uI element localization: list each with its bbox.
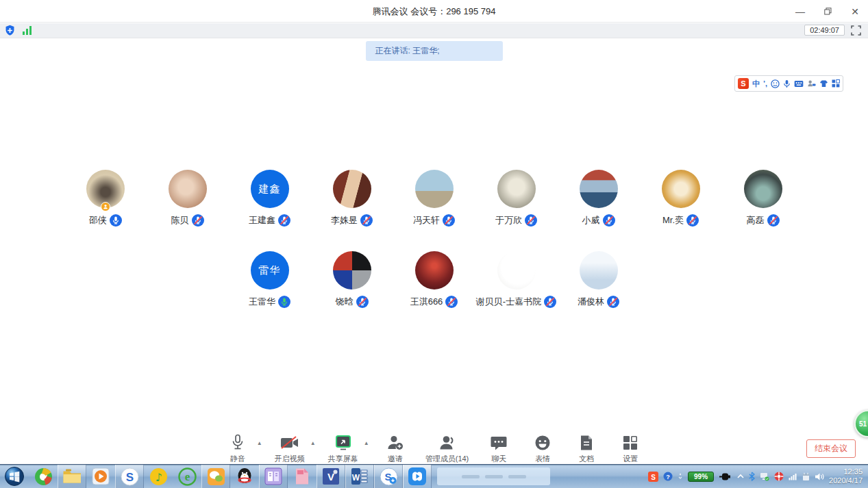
- taskbar-explorer-icon[interactable]: [58, 465, 86, 488]
- calendar-icon[interactable]: [802, 472, 810, 481]
- avatar: [744, 170, 782, 208]
- svg-text:W: W: [352, 473, 360, 483]
- avatar: [333, 170, 371, 208]
- svg-text:V: V: [327, 471, 334, 483]
- participant[interactable]: 邵侠: [86, 170, 125, 227]
- video-button[interactable]: 开启视频▲: [275, 434, 305, 464]
- signal-icon[interactable]: [789, 472, 797, 480]
- participant[interactable]: 建鑫王建鑫: [250, 170, 289, 227]
- skin-icon[interactable]: [819, 78, 828, 89]
- mic-status-icon: [525, 214, 537, 227]
- svg-text:?: ?: [666, 474, 670, 480]
- clock-time: 12:35: [829, 467, 863, 476]
- help-icon[interactable]: ?: [663, 472, 673, 481]
- battery-pill[interactable]: 99%: [688, 472, 714, 482]
- video-options-caret[interactable]: ▲: [310, 440, 316, 446]
- taskbar-dictionary-icon[interactable]: [259, 465, 288, 488]
- participant-name: 李姝昱: [331, 214, 358, 227]
- share-options-caret[interactable]: ▲: [364, 440, 369, 446]
- participant[interactable]: 雷华王雷华: [250, 251, 289, 308]
- mute-button[interactable]: 静音▲: [224, 434, 251, 464]
- taskbar-visio-icon[interactable]: V: [317, 465, 345, 488]
- taskbar-start-icon[interactable]: [0, 465, 29, 488]
- participant-name: 王淇666: [410, 296, 443, 308]
- end-meeting-button[interactable]: 结束会议: [806, 439, 856, 458]
- hidden-icons-caret[interactable]: [737, 474, 744, 479]
- toolbox-icon[interactable]: [807, 78, 816, 89]
- network-icon[interactable]: [760, 472, 769, 481]
- chinese-mode-icon[interactable]: 中: [752, 78, 760, 89]
- participant[interactable]: 冯天轩: [414, 170, 454, 227]
- avatar: [169, 170, 207, 208]
- ime-toolbar[interactable]: S 中 ’,: [734, 75, 843, 92]
- bluetooth-icon[interactable]: [749, 472, 755, 481]
- participant-name: 饶晗: [336, 296, 354, 308]
- avatar: 建鑫: [251, 170, 289, 208]
- invite-button[interactable]: 邀请: [382, 434, 409, 464]
- settings-button[interactable]: 设置: [617, 434, 644, 464]
- soft-keyboard-icon[interactable]: [794, 78, 804, 89]
- taskbar-tencent-meeting-icon[interactable]: [403, 465, 432, 488]
- speed-ball[interactable]: 51: [854, 410, 868, 437]
- mic-status-icon: [278, 296, 290, 308]
- taskbar-sogou-browser-icon[interactable]: S: [115, 465, 144, 488]
- volume-icon[interactable]: [815, 472, 824, 481]
- sogou-logo-icon[interactable]: S: [738, 78, 749, 89]
- taskbar-sogou-download-icon[interactable]: S: [374, 465, 403, 488]
- mute-options-caret[interactable]: ▲: [257, 440, 262, 446]
- participant[interactable]: 高磊: [743, 170, 782, 227]
- smiley-icon: [534, 434, 551, 452]
- mic-status-icon: [110, 214, 122, 227]
- taskbar-media-player-icon[interactable]: [86, 465, 115, 488]
- participant-name: 王雷华: [249, 296, 275, 308]
- minimize-button[interactable]: —: [794, 5, 806, 18]
- members-button[interactable]: 管理成员(14): [425, 434, 469, 464]
- taskbar-pink-doc-icon[interactable]: [288, 465, 317, 488]
- mic-icon: [231, 434, 245, 452]
- participant[interactable]: Mr.奕: [661, 170, 700, 227]
- avatar: [415, 170, 454, 208]
- chat-icon: [490, 434, 508, 452]
- participant[interactable]: 小威: [579, 170, 618, 227]
- signal-bars-icon[interactable]: [22, 25, 33, 38]
- chat-button[interactable]: 聊天: [485, 434, 512, 464]
- participant[interactable]: 潘俊林: [579, 251, 618, 308]
- mic-status-icon: [278, 214, 290, 227]
- taskbar-browser-360-icon[interactable]: [29, 465, 58, 488]
- taskbar-ie-green-icon[interactable]: e: [173, 465, 201, 488]
- participant[interactable]: 陈贝: [168, 170, 207, 227]
- participant[interactable]: 谢贝贝-士嘉书院: [497, 251, 536, 308]
- participant[interactable]: 饶晗: [332, 251, 371, 308]
- taskbar-qq-icon[interactable]: [230, 465, 259, 488]
- shield-plus-icon[interactable]: [4, 25, 16, 39]
- fullscreen-icon[interactable]: [851, 25, 862, 36]
- punctuation-icon[interactable]: ’,: [763, 78, 767, 89]
- ball-360-icon[interactable]: [774, 472, 784, 481]
- taskbar-word-icon[interactable]: W: [345, 465, 374, 488]
- power-plug-icon[interactable]: [719, 472, 732, 481]
- sogou-ime-icon[interactable]: S: [648, 472, 658, 482]
- restore-button[interactable]: [821, 5, 834, 18]
- share-button[interactable]: 共享屏幕▲: [328, 434, 358, 464]
- avatar: [580, 251, 618, 290]
- ime-mini-icon[interactable]: [678, 472, 683, 480]
- taskbar-clock[interactable]: 12:352020/4/17: [829, 467, 865, 485]
- emoji-button[interactable]: 表情: [529, 434, 556, 464]
- taskbar-qq-music-icon[interactable]: ♪: [144, 465, 173, 488]
- avatar-initials: 建鑫: [259, 183, 281, 196]
- taskbar-wechat-icon[interactable]: [201, 465, 230, 488]
- docs-button[interactable]: 文档: [573, 434, 600, 464]
- mic-status-icon: [767, 214, 780, 227]
- participant-name: 邵侠: [89, 214, 107, 227]
- voice-input-icon[interactable]: [783, 78, 791, 89]
- participant-name: 冯天轩: [413, 214, 440, 227]
- more-grid-icon[interactable]: [832, 78, 840, 89]
- emoji-picker-icon[interactable]: [771, 78, 780, 89]
- toolbar-button-label: 共享屏幕: [328, 454, 358, 464]
- participant[interactable]: 于万欣: [497, 170, 536, 227]
- participant[interactable]: 王淇666: [414, 251, 454, 308]
- close-button[interactable]: ✕: [849, 5, 861, 18]
- document-icon: [580, 434, 593, 452]
- mic-status-icon: [360, 214, 373, 227]
- participant[interactable]: 李姝昱: [332, 170, 371, 227]
